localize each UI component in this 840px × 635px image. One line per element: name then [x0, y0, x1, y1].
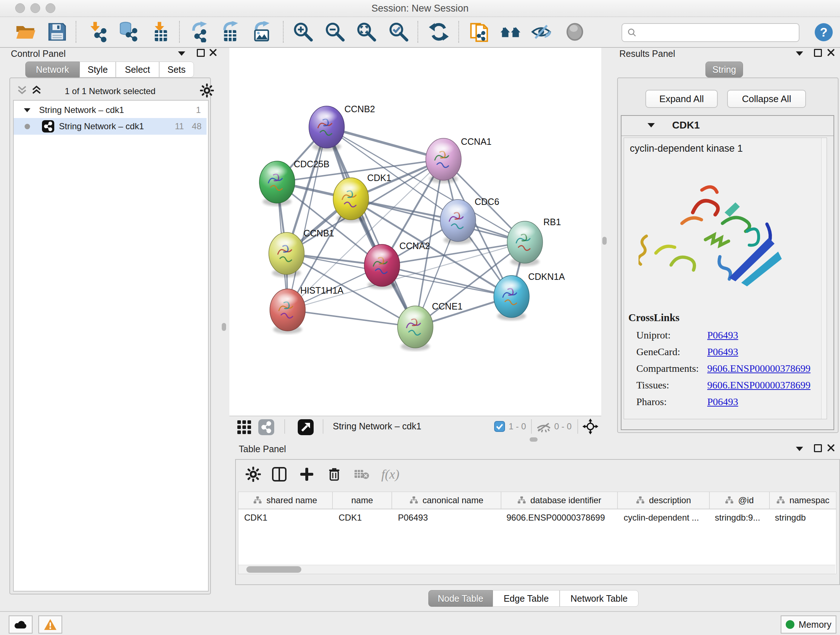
- main-toolbar: ?: [0, 17, 840, 48]
- open-session-icon[interactable]: [15, 21, 36, 42]
- table-cell[interactable]: CDK1: [238, 509, 333, 526]
- table-cell[interactable]: stringdb: [770, 509, 836, 526]
- tab-edge-table[interactable]: Edge Table: [493, 590, 560, 607]
- panel-menu-caret-icon[interactable]: [178, 51, 185, 56]
- selected-checkbox-icon[interactable]: [494, 421, 505, 432]
- network-options-gear-icon[interactable]: [200, 83, 214, 98]
- expand-all-button[interactable]: Expand All: [645, 90, 718, 108]
- collection-count: 1: [196, 105, 201, 115]
- show-all-icon[interactable]: [564, 21, 585, 42]
- cloud-status-button[interactable]: [9, 616, 33, 633]
- export-table-icon[interactable]: [220, 21, 241, 42]
- right-splitter-handle[interactable]: [602, 237, 607, 245]
- column-header[interactable]: namespac: [770, 492, 836, 509]
- network-tree-root-row[interactable]: String Network – cdk1 1: [14, 102, 207, 118]
- apply-layout-icon[interactable]: [428, 21, 449, 42]
- table-cell[interactable]: CDK1: [333, 509, 392, 526]
- network-node-RB1[interactable]: RB1: [507, 217, 561, 266]
- export-network-icon[interactable]: [189, 21, 210, 42]
- crosslink-compartments[interactable]: 9606.ENSP00000378699: [707, 363, 810, 374]
- zoom-in-icon[interactable]: [293, 21, 314, 42]
- column-header[interactable]: shared name: [238, 492, 333, 509]
- collapse-all-button[interactable]: Collapse All: [727, 90, 806, 108]
- table-options-gear-icon[interactable]: [245, 466, 261, 482]
- panel-menu-caret-icon[interactable]: [796, 51, 803, 56]
- share-view-icon[interactable]: [258, 419, 275, 435]
- network-tree-row-selected[interactable]: String Network – cdk1 11 48: [14, 118, 207, 135]
- memory-button[interactable]: Memory: [781, 616, 836, 633]
- tree-expand-caret-icon[interactable]: [24, 108, 30, 112]
- gene-card-body: cyclin-dependent kinase 1: [624, 138, 827, 419]
- gene-card-vscrollbar[interactable]: [821, 138, 827, 419]
- gene-collapse-caret-icon[interactable]: [647, 123, 655, 127]
- help-icon[interactable]: ?: [813, 22, 834, 42]
- save-session-icon[interactable]: [47, 21, 68, 42]
- toolbar-search-box: [622, 23, 799, 42]
- tab-string[interactable]: String: [706, 62, 743, 78]
- panel-close-icon[interactable]: [827, 49, 835, 57]
- tab-sets[interactable]: Sets: [159, 62, 194, 78]
- tab-select[interactable]: Select: [116, 62, 159, 78]
- panel-float-icon[interactable]: [197, 49, 205, 57]
- table-hscrollbar-track[interactable]: [238, 565, 835, 574]
- bottom-splitter-handle[interactable]: [530, 437, 538, 442]
- table-cell[interactable]: cyclin-dependent ...: [618, 509, 710, 526]
- zoom-out-icon[interactable]: [325, 21, 346, 42]
- tab-node-table[interactable]: Node Table: [428, 590, 493, 607]
- network-node-CCNB2[interactable]: CCNB2: [309, 104, 375, 151]
- panel-float-icon[interactable]: [814, 444, 822, 452]
- column-header[interactable]: database identifier: [501, 492, 618, 509]
- network-node-CCNA1[interactable]: CCNA1: [426, 136, 492, 183]
- table-hscrollbar-thumb[interactable]: [246, 566, 302, 573]
- export-image-icon[interactable]: [251, 21, 272, 42]
- tab-network[interactable]: Network: [25, 62, 80, 78]
- zoom-selected-icon[interactable]: [388, 21, 409, 42]
- tab-style[interactable]: Style: [80, 62, 116, 78]
- table-cell[interactable]: P06493: [392, 509, 501, 526]
- column-header[interactable]: @id: [710, 492, 770, 509]
- panel-float-icon[interactable]: [814, 49, 822, 57]
- table-cell[interactable]: stringdb:9...: [710, 509, 770, 526]
- table-header-row: shared name name canonical name database…: [238, 492, 836, 509]
- panel-close-icon[interactable]: [827, 444, 835, 452]
- crosslink-tissues[interactable]: 9606.ENSP00000378699: [707, 379, 810, 391]
- hidden-count: 0 - 0: [554, 421, 572, 432]
- delete-column-icon[interactable]: [326, 466, 342, 482]
- column-header[interactable]: name: [333, 492, 392, 509]
- warnings-button[interactable]: [38, 616, 62, 633]
- crosslink-pharos[interactable]: P06493: [707, 396, 738, 407]
- grid-view-icon[interactable]: [237, 420, 251, 434]
- show-columns-icon[interactable]: [271, 466, 287, 482]
- birdseye-view-icon[interactable]: [297, 419, 314, 435]
- left-splitter-handle[interactable]: [222, 323, 226, 331]
- zoom-fit-icon[interactable]: [356, 21, 377, 42]
- crosshair-icon[interactable]: [583, 418, 598, 434]
- table-row[interactable]: CDK1 CDK1 P06493 9606.ENSP00000378699 cy…: [238, 509, 836, 526]
- import-network-file-icon[interactable]: [88, 21, 109, 42]
- network-node-CDKN1A[interactable]: CDKN1A: [494, 272, 565, 320]
- crosslink-genecard[interactable]: P06493: [707, 346, 738, 357]
- search-input[interactable]: [640, 27, 794, 38]
- import-network-database-icon[interactable]: [118, 21, 139, 42]
- network-node-CDC25B[interactable]: CDC25B: [259, 159, 330, 206]
- network-node-CCNE1[interactable]: CCNE1: [398, 301, 463, 351]
- network-node-CCNB1[interactable]: CCNB1: [269, 228, 334, 277]
- first-neighbors-icon[interactable]: [500, 21, 521, 42]
- new-network-from-selection-icon[interactable]: [469, 21, 490, 42]
- network-node-HIST1H1A[interactable]: HIST1H1A: [270, 285, 344, 334]
- crosslink-uniprot[interactable]: P06493: [707, 329, 738, 340]
- column-header[interactable]: canonical name: [392, 492, 501, 509]
- panel-menu-caret-icon[interactable]: [796, 447, 803, 451]
- network-canvas[interactable]: CCNB2CCNA1CDC25BCDK1CDC6RB1CCNB1CCNA2CDK…: [229, 48, 601, 416]
- hide-selection-icon[interactable]: [531, 21, 552, 42]
- table-cell[interactable]: 9606.ENSP00000378699: [501, 509, 618, 526]
- network-node-CDK1[interactable]: CDK1: [333, 173, 392, 223]
- gene-card-header[interactable]: CDK1: [622, 116, 834, 136]
- network-node-CCNA2[interactable]: CCNA2: [364, 241, 430, 289]
- network-graph[interactable]: CCNB2CCNA1CDC25BCDK1CDC6RB1CCNB1CCNA2CDK…: [229, 48, 601, 416]
- column-header[interactable]: description: [618, 492, 710, 509]
- panel-close-icon[interactable]: [209, 49, 217, 57]
- import-table-icon[interactable]: [150, 21, 171, 42]
- create-column-icon[interactable]: [299, 466, 315, 482]
- tab-network-table[interactable]: Network Table: [560, 590, 638, 607]
